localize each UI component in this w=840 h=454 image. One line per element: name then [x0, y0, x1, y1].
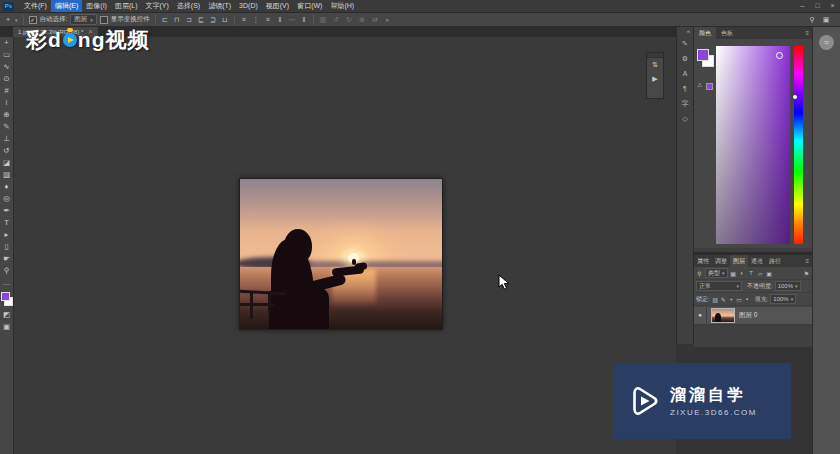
layer-name[interactable]: 图层 0 [739, 311, 757, 320]
move-tool-icon[interactable]: + [4, 16, 12, 23]
maximize-button[interactable]: □ [810, 0, 825, 12]
distribute-top-icon[interactable]: ≡ [240, 16, 248, 24]
3d-drag-icon[interactable]: ⊕ [358, 16, 366, 24]
adjustments-icon[interactable]: ⚙ [677, 51, 693, 66]
gamut-warning-swatch[interactable] [706, 83, 713, 90]
filter-pixel-layers-icon[interactable]: ▦ [730, 270, 737, 277]
auto-select-checkbox[interactable]: ✓ [29, 16, 37, 24]
screen-mode-button[interactable]: ▣ [0, 321, 13, 333]
move-tool[interactable]: + [0, 37, 13, 49]
hue-slider[interactable] [794, 46, 803, 244]
align-horizontal-centers-icon[interactable]: ⊓ [173, 16, 181, 24]
tab-swatches[interactable]: 色板 [716, 27, 738, 39]
blur-tool[interactable]: ♦ [0, 181, 13, 193]
menu-layer[interactable]: 图层(L) [111, 0, 142, 12]
tool-preset-caret-icon[interactable]: ▾ [15, 17, 18, 23]
auto-select-dropdown[interactable]: 图层 ▾ [70, 14, 97, 25]
distribute-center-icon[interactable]: ⋯ [288, 16, 296, 24]
panel-menu-icon[interactable]: ≡ [802, 27, 812, 39]
floating-assistant-icon[interactable]: ≈ [819, 35, 834, 50]
menu-window[interactable]: 窗口(W) [293, 0, 326, 12]
tab-channels[interactable]: 通道 [748, 255, 766, 267]
edit-toolbar-button[interactable]: … [0, 277, 13, 289]
character-panel-icon[interactable]: A [677, 66, 693, 81]
layer-row-selected[interactable]: ● 图层 0 [694, 307, 812, 325]
filter-toggle-icon[interactable]: ⚑ [803, 270, 810, 277]
healing-brush-tool[interactable]: ⊕ [0, 109, 13, 121]
menu-select[interactable]: 选择(S) [173, 0, 204, 12]
gamut-warning-icon[interactable]: ⚠ [697, 81, 702, 88]
eraser-tool[interactable]: ◪ [0, 157, 13, 169]
color-field-marker[interactable] [776, 52, 783, 59]
expand-panels-icon[interactable]: « [687, 27, 693, 36]
menu-3d[interactable]: 3D(D) [235, 0, 262, 12]
align-left-edges-icon[interactable]: ⊏ [161, 16, 169, 24]
menu-image[interactable]: 图像(I) [82, 0, 111, 12]
menu-file[interactable]: 文件(F) [20, 0, 51, 12]
3d-scale-icon[interactable]: ▸ [384, 16, 392, 24]
pen-tool[interactable]: ✒ [0, 205, 13, 217]
3d-panel-icon[interactable]: ◇ [677, 111, 693, 126]
quick-selection-tool[interactable]: ⊙ [0, 73, 13, 85]
filter-smart-objects-icon[interactable]: ▣ [766, 270, 773, 277]
layer-search-icon[interactable]: ⚲ [696, 270, 703, 277]
align-right-edges-icon[interactable]: ⊐ [185, 16, 193, 24]
search-icon[interactable]: ⚲ [808, 16, 816, 24]
color-field[interactable] [716, 46, 790, 244]
fill-dropdown[interactable]: 100% ▾ [770, 294, 796, 304]
3d-rotate-icon[interactable]: ↺ [332, 16, 340, 24]
layer-thumbnail[interactable] [711, 308, 735, 323]
blend-mode-dropdown[interactable]: 正常 ▾ [696, 281, 742, 291]
play-icon[interactable]: ▶ [647, 72, 663, 86]
glyphs-panel-icon[interactable]: 字 [677, 96, 693, 111]
menu-help[interactable]: 帮助(H) [326, 0, 358, 12]
canvas-area[interactable]: ⇅▶ [14, 37, 676, 454]
distribute-right-icon[interactable]: ‖ [300, 16, 308, 24]
menu-edit[interactable]: 编辑(E) [51, 0, 82, 12]
3d-slide-icon[interactable]: ⇄ [371, 16, 379, 24]
timeline-frame-icon[interactable]: ⇅ [647, 58, 663, 72]
filter-type-dropdown[interactable]: 类型 ▾ [705, 268, 728, 278]
menu-view[interactable]: 视图(V) [262, 0, 293, 12]
workspace-switcher-icon[interactable]: ▣ [822, 16, 830, 24]
tab-properties[interactable]: 属性 [694, 255, 712, 267]
panel-foreground-swatch[interactable] [697, 49, 709, 61]
align-vertical-centers-icon[interactable]: ⊒ [209, 16, 217, 24]
type-tool[interactable]: T [0, 217, 13, 229]
lock-transparent-icon[interactable]: ▨ [712, 296, 719, 303]
zoom-tool[interactable]: ⚲ [0, 265, 13, 277]
hand-tool[interactable]: ☛ [0, 253, 13, 265]
lock-artboard-icon[interactable]: ▭ [736, 296, 743, 303]
panel-menu-icon[interactable]: ≡ [802, 255, 812, 267]
marquee-tool[interactable]: ▭ [0, 49, 13, 61]
lock-paint-icon[interactable]: ✎ [720, 296, 727, 303]
minimize-button[interactable]: – [795, 0, 810, 12]
layer-visibility-eye-icon[interactable]: ● [694, 307, 707, 324]
hue-slider-marker[interactable] [792, 94, 798, 100]
filter-type-layers-icon[interactable]: T [748, 270, 755, 277]
align-top-edges-icon[interactable]: ⊑ [197, 16, 205, 24]
filter-adjustment-layers-icon[interactable]: ◐ [739, 270, 746, 277]
quick-mask-button[interactable]: ◩ [0, 309, 13, 321]
close-button[interactable]: × [825, 0, 840, 12]
canvas-image-sunset[interactable] [239, 178, 443, 330]
foreground-color-swatch[interactable] [1, 292, 10, 301]
distribute-middle-icon[interactable]: ⋮ [252, 16, 260, 24]
filter-shape-layers-icon[interactable]: ▱ [757, 270, 764, 277]
brush-tool[interactable]: ✎ [0, 121, 13, 133]
eyedropper-tool[interactable]: ≀ [0, 97, 13, 109]
show-transform-checkbox[interactable] [100, 16, 108, 24]
distribute-left-icon[interactable]: ‖ [276, 16, 284, 24]
clone-stamp-tool[interactable]: ⊥ [0, 133, 13, 145]
path-selection-tool[interactable]: ▸ [0, 229, 13, 241]
align-bottom-edges-icon[interactable]: ⊔ [221, 16, 229, 24]
shape-tool[interactable]: ▯ [0, 241, 13, 253]
history-brush-tool[interactable]: ↺ [0, 145, 13, 157]
gradient-tool[interactable]: ▨ [0, 169, 13, 181]
opacity-dropdown[interactable]: 100% ▾ [775, 281, 801, 291]
tab-adjustments[interactable]: 调整 [712, 255, 730, 267]
dodge-tool[interactable]: ◎ [0, 193, 13, 205]
menu-filter[interactable]: 滤镜(T) [204, 0, 235, 12]
tab-color[interactable]: 颜色 [694, 27, 716, 39]
tab-layers[interactable]: 图层 [730, 255, 748, 267]
